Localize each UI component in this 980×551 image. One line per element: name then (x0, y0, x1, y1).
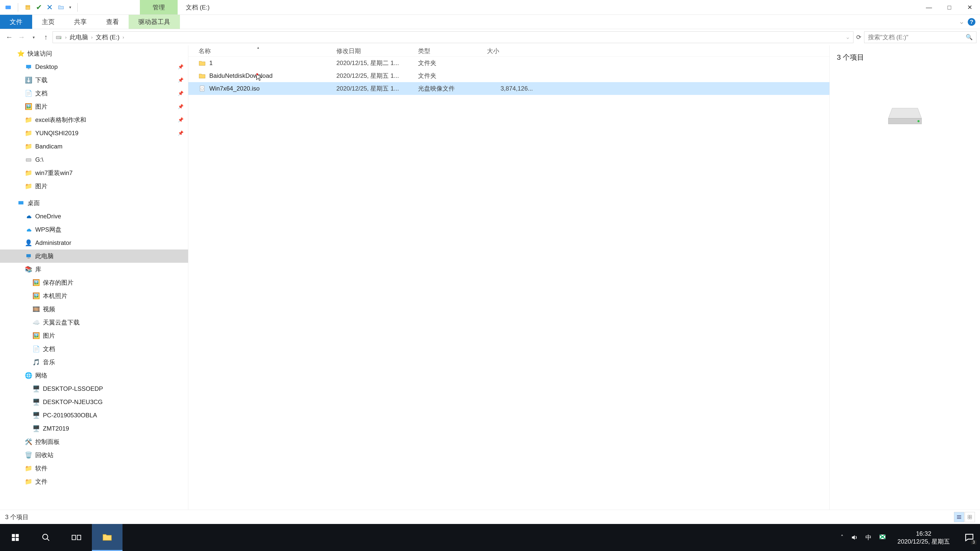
tree-desktop-root[interactable]: 桌面 (0, 197, 188, 210)
tree-lib-pictures[interactable]: 🖼️图片 (0, 329, 188, 342)
downloads-icon: ⬇️ (24, 76, 33, 84)
tree-gdrive[interactable]: G:\ (0, 153, 188, 166)
videos-icon: 🎞️ (32, 305, 40, 313)
network-icon: 🌐 (24, 372, 33, 380)
tree-lib-documents[interactable]: 📄文档 (0, 342, 188, 356)
tray-clock[interactable]: 16:32 2020/12/25, 星期五 (894, 530, 954, 545)
close-button[interactable]: ✕ (959, 0, 980, 15)
folder-icon: 📁 (24, 478, 33, 486)
column-header-name[interactable]: 名称▴ (188, 47, 336, 55)
qat-check-icon[interactable]: ✔ (36, 3, 42, 11)
tab-file[interactable]: 文件 (0, 15, 32, 29)
tab-share[interactable]: 共享 (64, 15, 97, 29)
ribbon-expand-icon[interactable]: ⌵ (960, 19, 963, 25)
tray-ime-indicator[interactable]: 中 (865, 534, 872, 541)
view-details-button[interactable] (954, 512, 964, 522)
task-view-button[interactable] (61, 524, 92, 551)
tree-pictures2[interactable]: 📁图片 (0, 179, 188, 193)
tray-show-hidden-icon[interactable]: ˄ (841, 534, 843, 541)
breadcrumb-this-pc[interactable]: 此电脑 (70, 33, 88, 41)
tree-this-pc[interactable]: 此电脑 (0, 249, 188, 263)
chevron-right-icon[interactable]: › (123, 35, 124, 40)
notification-badge: 3 (971, 540, 977, 545)
tree-lib-music[interactable]: 🎵音乐 (0, 356, 188, 369)
column-header-size[interactable]: 大小 (487, 47, 533, 55)
tree-quick-access[interactable]: ⭐快速访问 (0, 47, 188, 60)
contextual-tab-manage[interactable]: 管理 (140, 0, 178, 14)
tray-security-icon[interactable] (879, 534, 886, 541)
tree-net1[interactable]: 🖥️DESKTOP-LSSOEDP (0, 382, 188, 395)
tree-tianyi[interactable]: ☁️天翼云盘下载 (0, 316, 188, 329)
svg-rect-1 (26, 5, 30, 10)
start-button[interactable] (0, 524, 30, 551)
tray-volume-icon[interactable] (851, 534, 858, 541)
search-icon[interactable]: 🔍 (966, 34, 973, 41)
svg-rect-16 (968, 515, 969, 516)
nav-forward-button[interactable]: → (16, 32, 27, 43)
address-dropdown-icon[interactable]: ⌵ (846, 35, 849, 40)
qat-properties-icon[interactable] (24, 4, 32, 11)
maximize-button[interactable]: □ (939, 0, 959, 15)
pictures-icon: 🖼️ (32, 332, 40, 340)
search-box[interactable]: 🔍 (864, 32, 977, 43)
tree-videos[interactable]: 🎞️视频 (0, 303, 188, 316)
tree-wpspan[interactable]: WPS网盘 (0, 223, 188, 236)
tree-onedrive[interactable]: OneDrive (0, 210, 188, 223)
tree-documents[interactable]: 📄文档📌 (0, 87, 188, 100)
tree-files[interactable]: 📁文件 (0, 475, 188, 488)
nav-up-button[interactable]: ↑ (40, 32, 52, 43)
breadcrumb-drive[interactable]: 文档 (E:) (96, 33, 119, 41)
tree-administrator[interactable]: 👤Administrator (0, 236, 188, 249)
action-center-button[interactable]: 3 (961, 529, 977, 546)
refresh-button[interactable]: ⟳ (854, 33, 863, 41)
tree-desktop[interactable]: Desktop📌 (0, 60, 188, 73)
tree-network[interactable]: 🌐网络 (0, 369, 188, 382)
help-icon[interactable]: ? (968, 18, 975, 26)
chevron-right-icon[interactable]: › (91, 35, 93, 40)
search-input[interactable] (868, 34, 966, 41)
file-row[interactable]: BaiduNetdiskDownload2020/12/25, 星期五 1...… (188, 69, 829, 82)
nav-recent-dropdown[interactable]: ▾ (28, 32, 39, 43)
tree-recycle[interactable]: 🗑️回收站 (0, 448, 188, 462)
taskbar-file-explorer[interactable] (92, 524, 123, 551)
nav-back-button[interactable]: ← (3, 32, 15, 43)
app-icon[interactable] (5, 4, 12, 11)
column-header-date[interactable]: 修改日期 (336, 47, 418, 55)
tree-libraries[interactable]: 📚库 (0, 263, 188, 276)
svg-rect-26 (77, 535, 81, 540)
tab-drive-tools[interactable]: 驱动器工具 (129, 15, 180, 29)
tree-pictures[interactable]: 🖼️图片📌 (0, 100, 188, 113)
tree-control-panel[interactable]: 🛠️控制面板 (0, 435, 188, 448)
pin-icon: 📌 (178, 130, 188, 136)
tree-win7reinstall[interactable]: 📁win7重装win7 (0, 166, 188, 179)
address-bar[interactable]: › 此电脑 › 文档 (E:) › ⌵ (52, 32, 853, 43)
navigation-pane[interactable]: ⭐快速访问 Desktop📌 ⬇️下载📌 📄文档📌 🖼️图片📌 📁excel表格… (0, 45, 188, 524)
tree-camera-roll[interactable]: 🖼️本机照片 (0, 289, 188, 303)
tree-saved-pics[interactable]: 🖼️保存的图片 (0, 276, 188, 289)
sort-asc-icon: ▴ (257, 45, 259, 49)
file-row[interactable]: Win7x64_2020.iso2020/12/25, 星期五 1...光盘映像… (188, 82, 829, 95)
taskbar-search-button[interactable] (30, 524, 61, 551)
onedrive-icon (24, 212, 33, 221)
qat-close-icon[interactable]: ✕ (46, 3, 53, 12)
tree-net3[interactable]: 🖥️PC-20190530OBLA (0, 409, 188, 422)
tree-net2[interactable]: 🖥️DESKTOP-NJEU3CG (0, 395, 188, 409)
tree-software[interactable]: 📁软件 (0, 462, 188, 475)
qat-newfolder-icon[interactable] (57, 4, 65, 11)
qat-dropdown-icon[interactable]: ▾ (69, 5, 71, 10)
tree-net4[interactable]: 🖥️ZMT2019 (0, 422, 188, 435)
tab-view[interactable]: 查看 (97, 15, 129, 29)
tree-yunqishi[interactable]: 📁YUNQISHI2019📌 (0, 127, 188, 140)
file-row[interactable]: 12020/12/15, 星期二 1...文件夹 (188, 57, 829, 69)
view-large-icons-button[interactable] (965, 512, 975, 522)
tree-excel-req[interactable]: 📁excel表格制作求和📌 (0, 113, 188, 127)
minimize-button[interactable]: — (919, 0, 939, 15)
chevron-right-icon[interactable]: › (65, 35, 67, 40)
column-header-type[interactable]: 类型 (418, 47, 487, 55)
svg-rect-17 (970, 515, 972, 516)
tree-bandicam[interactable]: 📁Bandicam (0, 140, 188, 153)
tree-downloads[interactable]: ⬇️下载📌 (0, 73, 188, 87)
tab-home[interactable]: 主页 (32, 15, 64, 29)
svg-marker-13 (888, 108, 921, 118)
svg-rect-21 (16, 534, 19, 537)
